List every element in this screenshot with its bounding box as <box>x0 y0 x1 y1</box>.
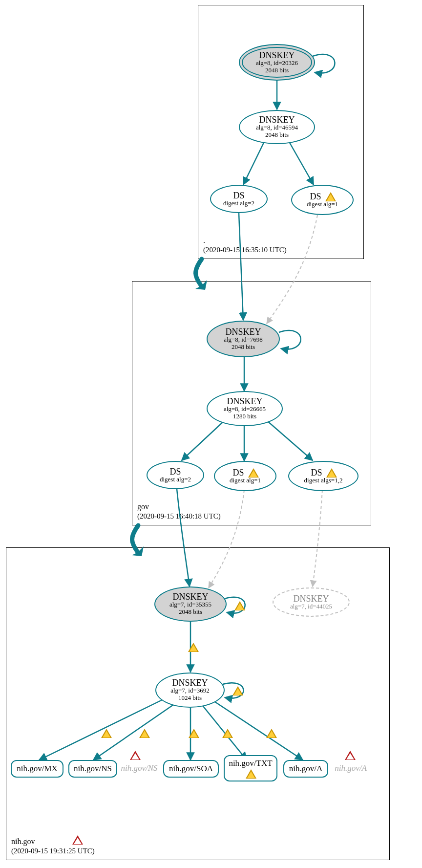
warning-icon: ! <box>326 468 336 477</box>
zone-root-name: . <box>203 236 287 245</box>
node-sub: alg=8, id=46594 <box>256 124 298 131</box>
gov-ksk-dnskey: DNSKEY alg=8, id=7698 2048 bits <box>207 321 280 357</box>
node-title: DNSKEY <box>259 115 295 124</box>
node-sub: digest alg=1 <box>307 201 338 208</box>
zone-gov-time: (2020-09-15 16:40:18 UTC) <box>137 512 221 521</box>
nih-zsk-dnskey: DNSKEY alg=7, id=3692 1024 bits <box>155 673 225 708</box>
warning-icon: ! <box>248 468 258 477</box>
node-sub: digest alg=1 <box>230 477 261 484</box>
node-title: DS <box>233 191 244 200</box>
node-sub: alg=7, id=44025 <box>290 603 332 610</box>
node-title: DNSKEY <box>172 592 208 601</box>
node-title: DNSKEY <box>259 51 295 60</box>
node-sub: 2048 bits <box>232 344 255 351</box>
gov-zsk-dnskey: DNSKEY alg=8, id=26665 1280 bits <box>207 391 283 426</box>
zone-root-time: (2020-09-15 16:35:10 UTC) <box>203 245 287 255</box>
zone-nihgov-name: nih.gov <box>11 837 95 846</box>
node-sub: digest algs=1,2 <box>304 477 343 484</box>
node-sub: alg=7, id=3692 <box>170 687 210 694</box>
node-sub: 2048 bits <box>265 67 289 74</box>
node-sub: 2048 bits <box>179 608 202 616</box>
node-title: DNSKEY <box>172 678 208 687</box>
node-sub: alg=7, id=35355 <box>169 601 211 608</box>
root-zsk-dnskey: DNSKEY alg=8, id=46594 2048 bits <box>239 110 315 144</box>
leaf-nihgov-a-ghost: nih.gov/A <box>333 762 368 774</box>
node-sub: digest alg=2 <box>160 476 191 483</box>
node-sub: 1024 bits <box>178 694 202 702</box>
dnssec-chain-diagram: . (2020-09-15 16:35:10 UTC) gov (2020-09… <box>0 0 422 868</box>
node-title: DS <box>311 468 322 477</box>
root-ds-alg1: DS ! digest alg=1 <box>291 185 354 215</box>
node-title: DS <box>310 192 321 201</box>
warning-icon: ! <box>246 769 255 778</box>
root-ksk-dnskey: DNSKEY alg=8, id=20326 2048 bits <box>239 44 315 81</box>
node-title: DNSKEY <box>225 327 261 336</box>
zone-gov-label: gov (2020-09-15 16:40:18 UTC) <box>137 502 221 521</box>
zone-nihgov-time: (2020-09-15 19:31:25 UTC) <box>11 846 95 856</box>
node-sub: 2048 bits <box>265 131 289 139</box>
zone-nihgov-label: nih.gov (2020-09-15 19:31:25 UTC) <box>11 837 95 856</box>
warning-icon: ! <box>325 192 335 201</box>
gov-ds-algs12: DS ! digest algs=1,2 <box>288 461 359 491</box>
node-sub: alg=8, id=20326 <box>256 60 298 67</box>
node-sub: digest alg=2 <box>223 200 254 207</box>
gov-ds-alg1: DS ! digest alg=1 <box>214 461 276 491</box>
node-sub: alg=8, id=7698 <box>224 336 263 344</box>
leaf-nihgov-ns-ghost: nih.gov/NS <box>119 762 159 774</box>
node-title: DS <box>232 468 244 477</box>
leaf-nihgov-ns: nih.gov/NS <box>68 760 117 778</box>
gov-ds-alg2: DS digest alg=2 <box>147 461 204 489</box>
leaf-nihgov-a: nih.gov/A <box>283 760 328 778</box>
zone-root-label: . (2020-09-15 16:35:10 UTC) <box>203 236 287 255</box>
zone-gov-name: gov <box>137 502 221 512</box>
node-sub: 1280 bits <box>233 413 256 420</box>
leaf-nihgov-txt: nih.gov/TXT ! <box>224 755 277 781</box>
nih-ghost-dnskey: DNSKEY alg=7, id=44025 <box>273 587 350 617</box>
nih-ksk-dnskey: DNSKEY alg=7, id=35355 2048 bits <box>154 586 227 622</box>
leaf-nihgov-soa: nih.gov/SOA <box>163 760 219 778</box>
node-title: DNSKEY <box>227 397 262 406</box>
root-ds-alg2: DS digest alg=2 <box>210 185 268 213</box>
leaf-label: nih.gov/TXT <box>229 759 272 768</box>
node-title: DNSKEY <box>293 594 329 603</box>
leaf-nihgov-mx: nih.gov/MX <box>11 760 63 778</box>
node-title: DS <box>169 467 181 476</box>
node-sub: alg=8, id=26665 <box>224 406 266 413</box>
